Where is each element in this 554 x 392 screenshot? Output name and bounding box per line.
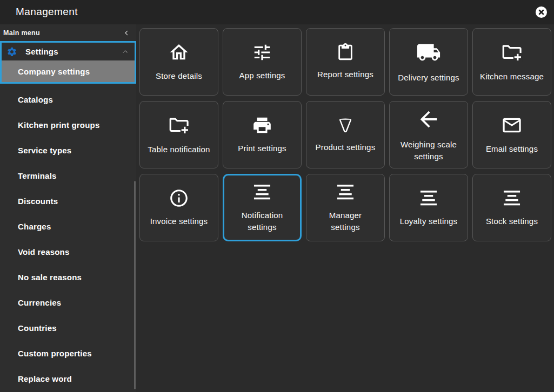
sidebar-item-label: Catalogs	[18, 95, 53, 104]
arrow-left-icon	[416, 107, 441, 132]
tile-label: Loyalty settings	[400, 215, 458, 227]
sidebar-item-company-settings[interactable]: Company settings	[2, 60, 135, 82]
info-icon	[169, 188, 189, 208]
close-icon	[535, 12, 548, 20]
tile-label: Email settings	[486, 143, 538, 155]
sidebar-item-label: Currencies	[18, 298, 61, 307]
funnel-icon	[336, 116, 355, 134]
sidebar: Main menu Settings Company settings Cata…	[0, 24, 136, 392]
settings-group: Settings Company settings	[0, 41, 136, 84]
tile-table-notification[interactable]: Table notification	[139, 101, 218, 168]
chevron-up-icon	[121, 48, 129, 56]
tile-label: Report settings	[317, 69, 373, 80]
settings-group-label: Settings	[25, 47, 121, 56]
page-title: Management	[0, 6, 78, 18]
sidebar-item-label: Charges	[18, 222, 51, 231]
sidebar-item-label: Terminals	[18, 171, 57, 180]
gear-icon	[6, 46, 17, 57]
tile-delivery-settings[interactable]: Delivery settings	[389, 28, 468, 96]
home-icon	[168, 42, 190, 63]
text-lines-icon	[252, 182, 272, 202]
sidebar-item-kitchen-print-groups[interactable]: Kitchen print groups	[0, 112, 136, 138]
sidebar-item-replace-word[interactable]: Replace word	[0, 366, 136, 391]
chevron-left-icon	[122, 31, 131, 39]
sliders-icon	[252, 42, 272, 63]
tile-kitchen-message[interactable]: Kitchen message	[472, 28, 551, 96]
tile-label: Invoice settings	[150, 215, 208, 227]
main-menu-label: Main menu	[3, 29, 40, 37]
sidebar-item-label: Company settings	[18, 67, 90, 76]
tile-label: Print settings	[238, 143, 286, 154]
tile-label: App settings	[239, 70, 285, 82]
sidebar-item-label: No sale reasons	[18, 273, 82, 282]
text-lines-icon	[335, 182, 356, 202]
tile-notification-settings[interactable]: Notification settings	[223, 174, 302, 241]
tile-label: Stock settings	[486, 215, 538, 227]
sidebar-item-label: Kitchen print groups	[18, 120, 100, 130]
tile-weighing-scale-settings[interactable]: Weighing scale settings	[389, 101, 468, 168]
sidebar-item-currencies[interactable]: Currencies	[0, 290, 136, 315]
main-content: Store details App settings Report settin…	[136, 24, 554, 392]
tile-label: Kitchen message	[480, 71, 544, 83]
tile-print-settings[interactable]: Print settings	[223, 101, 302, 168]
titlebar: Management	[0, 0, 554, 24]
tile-loyalty-settings[interactable]: Loyalty settings	[389, 174, 468, 241]
sidebar-item-label: Custom properties	[18, 349, 92, 358]
sidebar-item-catalogs[interactable]: Catalogs	[0, 87, 136, 112]
tile-email-settings[interactable]: Email settings	[472, 101, 551, 168]
close-button[interactable]	[535, 6, 548, 18]
text-lines-icon	[418, 188, 439, 208]
tile-label: Manager settings	[329, 209, 362, 233]
sidebar-collapse-button[interactable]	[122, 29, 131, 37]
tile-label: Product settings	[316, 141, 376, 153]
tile-invoice-settings[interactable]: Invoice settings	[139, 174, 218, 241]
tile-label: Weighing scale settings	[401, 139, 457, 163]
envelope-icon	[501, 114, 523, 136]
sidebar-item-label: Void reasons	[18, 247, 69, 256]
sidebar-item-service-types[interactable]: Service types	[0, 138, 136, 163]
tile-manager-settings[interactable]: Manager settings	[306, 174, 385, 241]
sidebar-item-no-sale-reasons[interactable]: No sale reasons	[0, 265, 136, 290]
folder-plus-icon	[168, 114, 190, 137]
tile-label: Table notification	[148, 144, 210, 156]
printer-icon	[252, 115, 272, 136]
tile-stock-settings[interactable]: Stock settings	[472, 174, 551, 241]
text-lines-icon	[502, 188, 522, 208]
sidebar-item-label: Service types	[18, 146, 71, 155]
tile-grid: Store details App settings Report settin…	[139, 28, 554, 241]
truck-icon	[416, 40, 441, 65]
sidebar-item-terminals[interactable]: Terminals	[0, 163, 136, 188]
tile-app-settings[interactable]: App settings	[223, 28, 302, 96]
sidebar-item-countries[interactable]: Countries	[0, 315, 136, 341]
sidebar-item-label: Replace word	[18, 374, 72, 383]
sidebar-item-custom-properties[interactable]: Custom properties	[0, 341, 136, 366]
sidebar-list: Catalogs Kitchen print groups Service ty…	[0, 84, 136, 391]
sidebar-item-settings[interactable]: Settings	[2, 43, 135, 60]
tile-store-details[interactable]: Store details	[139, 28, 218, 96]
folder-plus-icon	[500, 41, 523, 64]
tile-label: Notification settings	[242, 209, 283, 233]
tile-report-settings[interactable]: Report settings	[306, 28, 385, 96]
tile-label: Delivery settings	[398, 72, 459, 84]
sidebar-item-charges[interactable]: Charges	[0, 214, 136, 239]
sidebar-scrollbar-thumb[interactable]	[134, 181, 136, 389]
sidebar-item-label: Countries	[18, 323, 57, 333]
sidebar-header: Main menu	[0, 24, 136, 41]
clipboard-icon	[336, 43, 355, 62]
sidebar-item-label: Discounts	[18, 197, 58, 206]
tile-label: Store details	[156, 70, 202, 82]
sidebar-item-discounts[interactable]: Discounts	[0, 188, 136, 214]
tile-product-settings[interactable]: Product settings	[306, 101, 385, 168]
sidebar-item-void-reasons[interactable]: Void reasons	[0, 239, 136, 265]
